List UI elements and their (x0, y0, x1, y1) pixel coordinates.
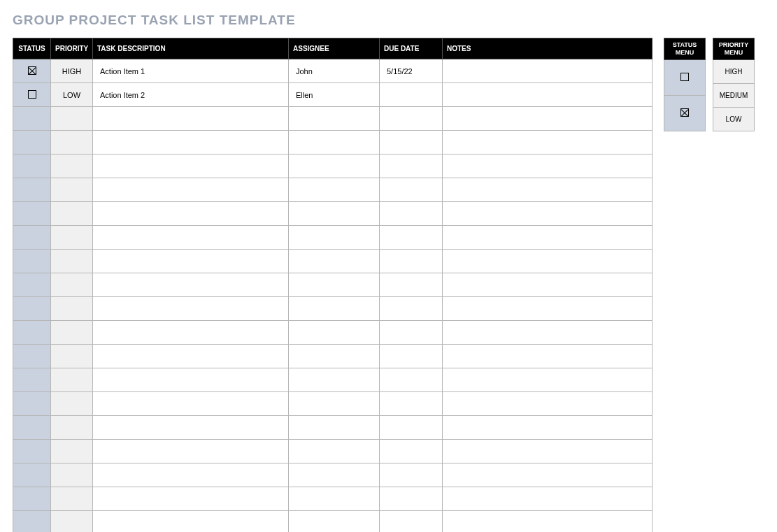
status-cell[interactable] (13, 321, 51, 345)
task-description-cell[interactable] (93, 107, 289, 131)
due-date-cell[interactable] (380, 250, 443, 273)
due-date-cell[interactable] (380, 83, 443, 107)
notes-cell[interactable] (443, 202, 653, 226)
priority-cell[interactable] (51, 511, 93, 533)
notes-cell[interactable] (443, 178, 653, 202)
notes-cell[interactable] (443, 368, 653, 392)
due-date-cell[interactable] (380, 511, 443, 533)
assignee-cell[interactable] (289, 416, 380, 440)
priority-cell[interactable] (51, 107, 93, 131)
status-cell[interactable] (13, 368, 51, 392)
notes-cell[interactable] (443, 131, 653, 154)
status-cell[interactable] (13, 250, 51, 273)
assignee-cell[interactable] (289, 107, 380, 131)
assignee-cell[interactable]: John (289, 59, 380, 83)
due-date-cell[interactable] (380, 440, 443, 463)
assignee-cell[interactable] (289, 487, 380, 511)
priority-menu-item[interactable]: LOW (713, 107, 755, 131)
priority-menu-item[interactable]: MEDIUM (713, 83, 755, 107)
notes-cell[interactable] (443, 392, 653, 416)
task-description-cell[interactable] (93, 202, 289, 226)
status-cell[interactable] (13, 154, 51, 178)
assignee-cell[interactable] (289, 345, 380, 368)
notes-cell[interactable] (443, 487, 653, 511)
due-date-cell[interactable] (380, 345, 443, 368)
assignee-cell[interactable] (289, 297, 380, 321)
assignee-cell[interactable] (289, 178, 380, 202)
due-date-cell[interactable] (380, 392, 443, 416)
priority-cell[interactable] (51, 297, 93, 321)
due-date-cell[interactable] (380, 273, 443, 297)
assignee-cell[interactable] (289, 511, 380, 533)
checkbox-empty-icon[interactable] (28, 90, 36, 99)
task-description-cell[interactable] (93, 487, 289, 511)
task-description-cell[interactable]: Action Item 1 (93, 59, 289, 83)
task-description-cell[interactable]: Action Item 2 (93, 83, 289, 107)
status-menu-item[interactable] (664, 95, 706, 131)
priority-cell[interactable] (51, 368, 93, 392)
due-date-cell[interactable] (380, 226, 443, 250)
status-cell[interactable] (13, 59, 51, 83)
priority-cell[interactable]: HIGH (51, 59, 93, 83)
task-description-cell[interactable] (93, 463, 289, 487)
priority-cell[interactable] (51, 202, 93, 226)
task-description-cell[interactable] (93, 416, 289, 440)
notes-cell[interactable] (443, 154, 653, 178)
task-description-cell[interactable] (93, 297, 289, 321)
assignee-cell[interactable]: Ellen (289, 83, 380, 107)
notes-cell[interactable] (443, 107, 653, 131)
due-date-cell[interactable] (380, 487, 443, 511)
priority-cell[interactable] (51, 345, 93, 368)
task-description-cell[interactable] (93, 273, 289, 297)
priority-cell[interactable] (51, 440, 93, 463)
notes-cell[interactable] (443, 463, 653, 487)
assignee-cell[interactable] (289, 463, 380, 487)
status-cell[interactable] (13, 511, 51, 533)
status-cell[interactable] (13, 202, 51, 226)
due-date-cell[interactable] (380, 154, 443, 178)
notes-cell[interactable] (443, 273, 653, 297)
priority-cell[interactable] (51, 321, 93, 345)
notes-cell[interactable] (443, 321, 653, 345)
assignee-cell[interactable] (289, 154, 380, 178)
notes-cell[interactable] (443, 297, 653, 321)
priority-cell[interactable] (51, 487, 93, 511)
priority-cell[interactable] (51, 250, 93, 273)
priority-cell[interactable] (51, 131, 93, 154)
due-date-cell[interactable] (380, 107, 443, 131)
notes-cell[interactable] (443, 345, 653, 368)
assignee-cell[interactable] (289, 202, 380, 226)
status-cell[interactable] (13, 392, 51, 416)
assignee-cell[interactable] (289, 250, 380, 273)
task-description-cell[interactable] (93, 345, 289, 368)
assignee-cell[interactable] (289, 131, 380, 154)
task-description-cell[interactable] (93, 250, 289, 273)
task-description-cell[interactable] (93, 368, 289, 392)
status-cell[interactable] (13, 416, 51, 440)
priority-cell[interactable] (51, 154, 93, 178)
assignee-cell[interactable] (289, 321, 380, 345)
assignee-cell[interactable] (289, 392, 380, 416)
status-cell[interactable] (13, 487, 51, 511)
assignee-cell[interactable] (289, 273, 380, 297)
status-cell[interactable] (13, 463, 51, 487)
priority-cell[interactable] (51, 273, 93, 297)
notes-cell[interactable] (443, 416, 653, 440)
notes-cell[interactable] (443, 226, 653, 250)
due-date-cell[interactable] (380, 463, 443, 487)
notes-cell[interactable] (443, 250, 653, 273)
status-cell[interactable] (13, 178, 51, 202)
priority-cell[interactable] (51, 463, 93, 487)
assignee-cell[interactable] (289, 226, 380, 250)
priority-cell[interactable] (51, 416, 93, 440)
priority-cell[interactable] (51, 226, 93, 250)
checkbox-checked-icon[interactable] (28, 66, 36, 75)
notes-cell[interactable] (443, 59, 653, 83)
task-description-cell[interactable] (93, 178, 289, 202)
notes-cell[interactable] (443, 440, 653, 463)
task-description-cell[interactable] (93, 226, 289, 250)
status-cell[interactable] (13, 83, 51, 107)
assignee-cell[interactable] (289, 368, 380, 392)
status-cell[interactable] (13, 226, 51, 250)
assignee-cell[interactable] (289, 440, 380, 463)
